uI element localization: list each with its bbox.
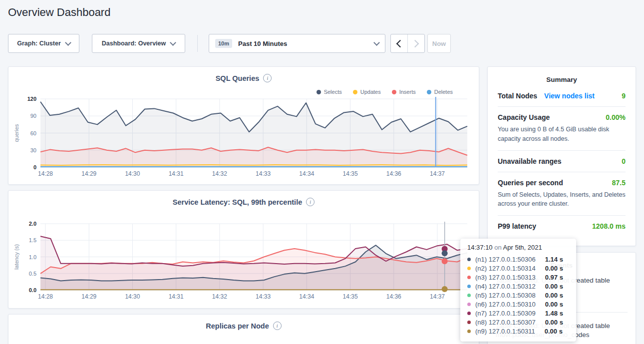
chart-title: SQL Queries	[216, 74, 260, 82]
svg-text:14:29: 14:29	[81, 293, 96, 300]
svg-text:14:34: 14:34	[299, 293, 314, 300]
svg-text:14:35: 14:35	[343, 170, 358, 177]
node-address: (n3) 127.0.0.1:50313	[475, 274, 536, 281]
summary-value: 0	[622, 157, 626, 165]
legend-item-deletes[interactable]: Deletes	[427, 89, 453, 95]
chart-title: Service Latency: SQL, 99th percentile	[173, 198, 303, 206]
legend-item-selects[interactable]: Selects	[317, 89, 342, 95]
node-address: (n6) 127.0.0.1:50310	[475, 301, 536, 308]
summary-value: 9	[622, 92, 626, 100]
svg-text:14:35: 14:35	[343, 293, 358, 300]
node-address: (n8) 127.0.0.1:50307	[475, 319, 536, 326]
tooltip-row: (n7) 127.0.0.1:503091.48 s	[467, 309, 569, 318]
summary-value: 87.5	[612, 179, 626, 187]
chevron-down-icon	[170, 39, 176, 46]
node-address: (n2) 127.0.0.1:50314	[475, 265, 536, 272]
node-color-dot	[467, 276, 471, 279]
tooltip-on: on	[494, 244, 501, 251]
node-latency: 1.14 s	[545, 256, 563, 263]
node-address: (n9) 127.0.0.1:50311	[475, 328, 535, 335]
summary-row-p99: P99 latency 1208.0 ms	[488, 216, 636, 237]
sql-queries-panel: SQL Queries i Selects Updates Inserts De…	[8, 66, 479, 185]
tooltip-row: (n1) 127.0.0.1:503061.14 s	[467, 255, 569, 264]
legend-label: Updates	[360, 89, 381, 95]
node-color-dot	[467, 258, 471, 261]
legend-item-updates[interactable]: Updates	[353, 89, 381, 95]
svg-text:14:37: 14:37	[430, 293, 445, 300]
sql-queries-legend: Selects Updates Inserts Deletes	[317, 89, 453, 95]
node-latency: 0.00 s	[545, 319, 563, 326]
page-title: Overview Dashboard	[8, 6, 110, 19]
now-button[interactable]: Now	[427, 34, 451, 53]
tooltip-row: (n4) 127.0.0.1:503120.00 s	[467, 282, 569, 291]
summary-description: Sum of Selects, Updates, Inserts, and De…	[498, 190, 626, 209]
view-nodes-list-link[interactable]: View nodes list	[544, 92, 595, 100]
replicas-title-row: Replicas per Node i	[8, 322, 479, 330]
chart-title: Replicas per Node	[206, 322, 269, 330]
tooltip-row: (n6) 127.0.0.1:503100.00 s	[467, 300, 569, 309]
tooltip-row: (n3) 127.0.0.1:503130.97 s	[467, 273, 569, 282]
svg-text:14:31: 14:31	[169, 293, 184, 300]
sql-queries-title-row: SQL Queries i	[8, 74, 479, 82]
chevron-down-icon	[65, 39, 71, 46]
summary-label: Unavailable ranges	[498, 157, 562, 165]
info-icon[interactable]: i	[306, 198, 315, 206]
svg-text:0: 0	[33, 164, 36, 170]
summary-row-unavailable-ranges: Unavailable ranges 0	[488, 151, 636, 172]
graph-dropdown-label: Graph: Cluster	[17, 40, 61, 47]
svg-text:1.5: 1.5	[29, 237, 36, 243]
svg-text:14:36: 14:36	[386, 293, 401, 300]
dashboard-dropdown-label: Dashboard: Overview	[102, 40, 166, 47]
legend-dot	[427, 90, 431, 94]
legend-label: Inserts	[399, 89, 416, 95]
time-range-badge: 10m	[215, 39, 232, 48]
svg-text:90: 90	[30, 113, 36, 119]
svg-text:14:33: 14:33	[256, 170, 271, 177]
node-latency: 0.00 s	[545, 328, 563, 335]
legend-item-inserts[interactable]: Inserts	[392, 89, 416, 95]
node-address: (n5) 127.0.0.1:50308	[475, 292, 536, 299]
node-color-dot	[467, 267, 471, 270]
tooltip-row: (n9) 127.0.0.1:503110.00 s	[467, 327, 569, 336]
time-next-button[interactable]	[407, 34, 424, 52]
svg-text:30: 30	[30, 147, 36, 153]
node-latency: 0.00 s	[545, 301, 563, 308]
node-color-dot	[467, 294, 471, 297]
node-address: (n1) 127.0.0.1:50306	[475, 256, 536, 263]
chevron-down-icon	[373, 39, 380, 46]
svg-text:14:28: 14:28	[38, 170, 53, 177]
time-nav-group	[390, 34, 425, 53]
tooltip-time: 14:37:10	[467, 244, 493, 251]
summary-description: You are using 0 B of 4.5 GiB usable disk…	[498, 125, 626, 144]
svg-text:queries: queries	[13, 124, 19, 142]
summary-label: Total Nodes	[498, 92, 537, 100]
svg-text:latency (s): latency (s)	[13, 244, 19, 270]
svg-text:14:29: 14:29	[81, 170, 96, 177]
service-latency-panel: Service Latency: SQL, 99th percentile i …	[8, 190, 479, 309]
legend-dot	[392, 90, 396, 94]
chevron-left-icon	[396, 39, 404, 47]
info-icon[interactable]: i	[273, 322, 282, 330]
svg-text:14:30: 14:30	[125, 170, 140, 177]
svg-text:14:34: 14:34	[299, 170, 314, 177]
service-latency-chart[interactable]: 14:2814:2914:3014:3114:3214:3314:3414:35…	[8, 220, 480, 304]
time-prev-button[interactable]	[391, 34, 407, 52]
sql-queries-chart[interactable]: 14:2814:2914:3014:3114:3214:3314:3414:35…	[8, 95, 480, 181]
info-icon[interactable]: i	[263, 74, 272, 82]
tooltip-date: Apr 5th, 2021	[503, 244, 542, 251]
node-address: (n7) 127.0.0.1:50309	[475, 310, 536, 317]
svg-text:120: 120	[27, 96, 36, 102]
svg-text:14:30: 14:30	[125, 293, 140, 300]
legend-dot	[317, 90, 321, 94]
time-range-selector[interactable]: 10m Past 10 Minutes	[209, 34, 385, 53]
node-color-dot	[467, 312, 471, 315]
graph-dropdown[interactable]: Graph: Cluster	[8, 34, 79, 53]
node-color-dot	[467, 321, 471, 324]
dashboard-dropdown[interactable]: Dashboard: Overview	[92, 34, 185, 53]
summary-label: Capacity Usage	[498, 113, 550, 121]
legend-label: Selects	[324, 89, 342, 95]
node-address: (n4) 127.0.0.1:50312	[475, 283, 536, 290]
service-latency-title-row: Service Latency: SQL, 99th percentile i	[8, 198, 479, 206]
node-latency: 0.97 s	[545, 274, 563, 281]
legend-label: Deletes	[434, 89, 453, 95]
